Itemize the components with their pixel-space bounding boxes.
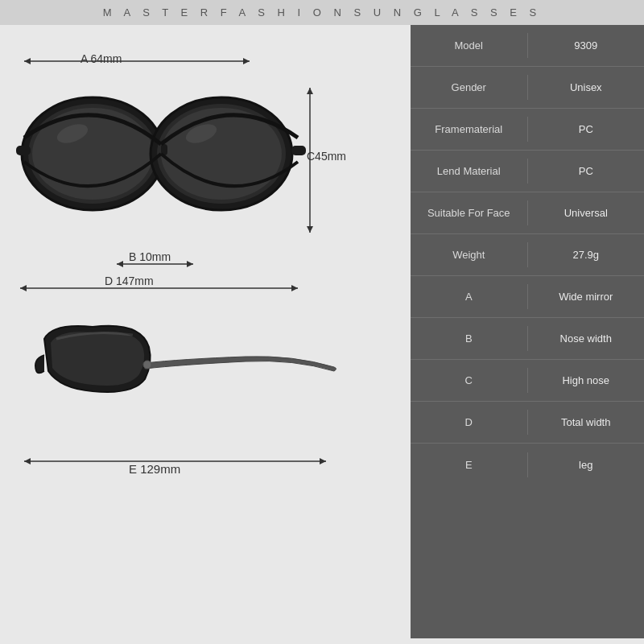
front-diagram: A 64mm C45mm (8, 33, 354, 323)
spec-label: Suitable For Face (411, 200, 528, 225)
spec-row: Weight 27.9g (411, 234, 644, 276)
svg-marker-2 (243, 58, 250, 64)
measurement-d-arrow (16, 279, 306, 299)
spec-label: D (411, 410, 528, 435)
glasses-front-svg (16, 73, 306, 258)
spec-value: Universal (528, 200, 645, 225)
spec-row: Suitable For Face Universal (411, 192, 644, 234)
spec-label: C (411, 368, 528, 393)
svg-point-23 (143, 361, 151, 369)
label-a: A 64mm (80, 52, 122, 65)
spec-label: A (411, 284, 528, 309)
svg-rect-13 (16, 146, 31, 155)
header-bar: M A S T E R F A S H I O N S U N G L A S … (0, 0, 644, 25)
spec-value: Unisex (528, 75, 645, 100)
glasses-side-svg (20, 315, 342, 444)
spec-value: PC (528, 117, 645, 142)
right-panel: Model 9309 Gender Unisex Framematerial P… (411, 25, 644, 638)
spec-label: Weight (411, 242, 528, 267)
label-c: C45mm (307, 150, 346, 163)
svg-marker-5 (307, 226, 313, 233)
svg-marker-26 (320, 458, 326, 464)
svg-marker-25 (24, 458, 31, 464)
spec-value: 9309 (528, 33, 645, 58)
page-wrapper: M A S T E R F A S H I O N S U N G L A S … (0, 0, 644, 638)
svg-marker-21 (20, 285, 27, 291)
specs-table: Model 9309 Gender Unisex Framematerial P… (411, 25, 644, 485)
spec-label: E (411, 452, 528, 477)
spec-label: Gender (411, 75, 528, 100)
measurement-e-arrow (20, 452, 342, 472)
label-e: E 129mm (129, 462, 180, 476)
svg-marker-18 (117, 261, 123, 267)
spec-value: Wide mirror (528, 284, 645, 309)
spec-row: Model 9309 (411, 25, 644, 67)
spec-row: D Total width (411, 402, 644, 444)
spec-value: 27.9g (528, 242, 645, 267)
spec-row: A Wide mirror (411, 276, 644, 318)
svg-marker-1 (24, 58, 31, 64)
label-b: B 10mm (129, 250, 171, 263)
spec-value: Total width (528, 410, 645, 435)
spec-label: Lend Material (411, 159, 528, 184)
svg-marker-19 (187, 261, 193, 267)
label-d: D 147mm (105, 275, 154, 287)
spec-row: Gender Unisex (411, 67, 644, 109)
spec-value: PC (528, 159, 645, 184)
spec-row: Lend Material PC (411, 151, 644, 192)
spec-row: C High nose (411, 360, 644, 402)
spec-row: B Nose width (411, 318, 644, 360)
spec-value: Nose width (528, 326, 645, 351)
side-diagram: E 129mm (8, 315, 402, 484)
svg-marker-22 (291, 285, 298, 291)
spec-label: B (411, 326, 528, 351)
spec-label: Model (411, 33, 528, 58)
spec-row: E leg (411, 444, 644, 485)
brand-title: M A S T E R F A S H I O N S U N G L A S … (103, 6, 541, 19)
svg-rect-14 (291, 146, 306, 155)
spec-row: Framematerial PC (411, 109, 644, 151)
svg-marker-4 (307, 88, 313, 94)
spec-label: Framematerial (411, 117, 528, 142)
spec-value: High nose (528, 368, 645, 393)
left-panel: A 64mm C45mm (0, 25, 411, 638)
spec-value: leg (528, 452, 645, 477)
measurement-a-arrow (16, 49, 330, 73)
